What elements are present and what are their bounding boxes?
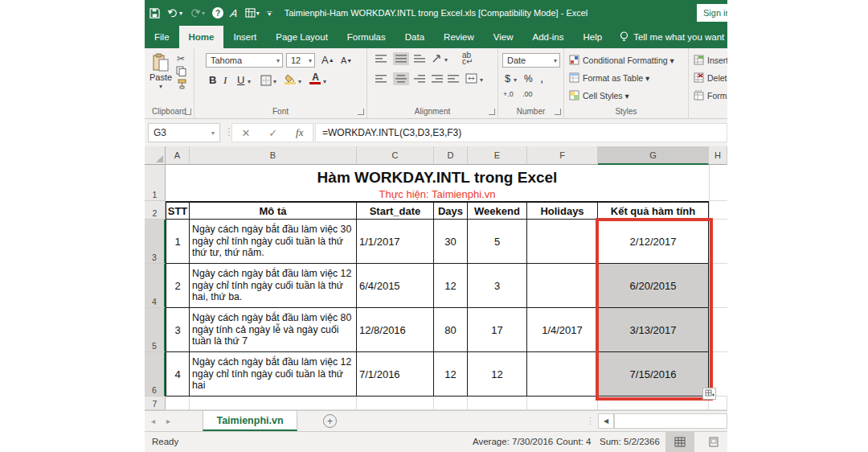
- formula-input[interactable]: =WORKDAY.INTL(C3,D3,E3,F3): [315, 123, 727, 142]
- cell-a6[interactable]: 4: [166, 352, 190, 397]
- cell-g5[interactable]: 3/13/2017: [598, 308, 709, 352]
- cell-d3[interactable]: 30: [434, 220, 468, 264]
- underline-button[interactable]: U: [237, 74, 244, 86]
- col-header-g[interactable]: G: [598, 146, 709, 165]
- table-header-weekend[interactable]: Weekend: [468, 201, 527, 220]
- clipboard-dialog-launcher[interactable]: [185, 109, 191, 115]
- table-header-startdate[interactable]: Start_date: [357, 201, 434, 220]
- cell-c7[interactable]: [357, 397, 434, 410]
- cut-icon[interactable]: ✂: [177, 53, 185, 64]
- bold-button[interactable]: B: [209, 74, 216, 86]
- number-dialog-launcher[interactable]: [555, 109, 561, 115]
- table-header-stt[interactable]: STT: [166, 201, 190, 220]
- table-header-result[interactable]: Kết quả hàm tính: [598, 201, 709, 220]
- cell-g6[interactable]: 7/15/2016: [598, 352, 709, 397]
- normal-view-icon[interactable]: [665, 432, 694, 452]
- row-header-3[interactable]: 3: [145, 220, 166, 264]
- comma-icon[interactable]: ,: [540, 71, 543, 84]
- orientation-caret[interactable]: ▾: [444, 56, 448, 64]
- sign-in-button[interactable]: Sign in: [697, 4, 727, 22]
- name-box[interactable]: G3▾: [148, 123, 220, 142]
- align-center-icon[interactable]: [393, 72, 409, 85]
- table-header-days[interactable]: Days: [434, 201, 468, 220]
- shrink-font-icon[interactable]: A▼: [341, 55, 352, 65]
- decrease-indent-icon[interactable]: [432, 75, 443, 83]
- cell-a3[interactable]: 1: [166, 220, 190, 264]
- conditional-formatting-button[interactable]: Conditional Formatting ▾: [569, 55, 674, 65]
- col-header-d[interactable]: D: [434, 146, 468, 165]
- insert-function-icon[interactable]: fx: [296, 126, 303, 139]
- align-right-icon[interactable]: [414, 75, 425, 83]
- cell-d5[interactable]: 80: [434, 308, 468, 352]
- tabbar-splitter[interactable]: ⋮: [586, 416, 595, 426]
- cell-h5[interactable]: [709, 308, 727, 352]
- sheet-next-icon[interactable]: ▸: [166, 417, 170, 425]
- align-top-icon[interactable]: [375, 55, 387, 63]
- cell-f5[interactable]: 1/4/2017: [527, 308, 598, 352]
- table-header-mota[interactable]: Mô tả: [190, 201, 357, 220]
- select-all-corner[interactable]: [145, 146, 166, 165]
- currency-caret[interactable]: ▾: [514, 76, 517, 84]
- fill-color-caret[interactable]: ▾: [298, 78, 301, 85]
- paste-button[interactable]: Paste ▾: [149, 53, 173, 90]
- cell-f7[interactable]: [527, 397, 598, 410]
- row-header-2[interactable]: 2: [145, 201, 166, 220]
- number-format-combo[interactable]: Date▾: [502, 53, 560, 68]
- grow-font-icon[interactable]: A▲: [321, 54, 334, 66]
- cell-d4[interactable]: 12: [434, 264, 468, 308]
- cell-b5[interactable]: Ngày cách ngày bắt đầu làm việc 80 ngày …: [190, 308, 357, 352]
- cell-e5[interactable]: 17: [468, 308, 527, 352]
- copy-icon[interactable]: [176, 66, 186, 76]
- enter-icon[interactable]: ✓: [268, 127, 277, 139]
- increase-indent-icon[interactable]: [448, 75, 459, 83]
- cell-a7[interactable]: [166, 397, 190, 410]
- page-layout-view-icon[interactable]: [699, 432, 727, 452]
- cell-g7[interactable]: [598, 397, 709, 410]
- tell-me-box[interactable]: Tell me what you want: [612, 26, 727, 48]
- cell-g4[interactable]: 6/20/2015: [598, 264, 709, 308]
- underline-caret[interactable]: ▾: [248, 78, 251, 85]
- row-header-7[interactable]: 7: [145, 397, 166, 410]
- merge-center-caret[interactable]: ▾: [480, 76, 483, 84]
- row-header-1[interactable]: 1: [145, 165, 166, 201]
- col-header-c[interactable]: C: [357, 146, 434, 165]
- insert-cells-button[interactable]: Insert: [694, 55, 727, 65]
- italic-button[interactable]: I: [223, 74, 227, 87]
- cell-e3[interactable]: 5: [468, 220, 527, 264]
- sheet-prev-icon[interactable]: ◂: [151, 417, 155, 425]
- borders-icon[interactable]: [260, 75, 272, 86]
- row-header-4[interactable]: 4: [145, 264, 166, 308]
- cell-h1[interactable]: [709, 165, 727, 201]
- fill-color-icon[interactable]: [285, 74, 297, 84]
- horizontal-scrollbar[interactable]: [614, 413, 727, 429]
- cell-b3[interactable]: Ngày cách ngày bắt đầu làm việc 30 ngày …: [190, 220, 357, 264]
- auto-fill-options-button[interactable]: [702, 388, 716, 400]
- orientation-icon[interactable]: [432, 53, 442, 64]
- cell-h3[interactable]: [709, 220, 727, 264]
- cell-c6[interactable]: 7/1/2016: [357, 352, 434, 397]
- wrap-text-icon[interactable]: abc↵: [462, 52, 473, 65]
- cell-e6[interactable]: 12: [468, 352, 527, 397]
- tab-home[interactable]: Home: [179, 26, 224, 48]
- cell-f3[interactable]: [527, 220, 598, 264]
- cell-a4[interactable]: 2: [166, 264, 190, 308]
- tab-view[interactable]: View: [484, 26, 523, 48]
- font-color-caret[interactable]: ▾: [323, 78, 326, 85]
- font-dialog-launcher[interactable]: [358, 109, 364, 115]
- cell-b4[interactable]: Ngày cách ngày bắt đầu làm việc 12 ngày …: [190, 264, 357, 308]
- tab-insert[interactable]: Insert: [223, 26, 266, 48]
- alignment-dialog-launcher[interactable]: [489, 109, 495, 115]
- cell-h2[interactable]: [709, 201, 727, 220]
- font-name-combo[interactable]: Tahoma▾: [206, 53, 283, 68]
- cell-e7[interactable]: [468, 397, 527, 410]
- col-header-a[interactable]: A: [166, 146, 190, 165]
- table-header-holidays[interactable]: Holidays: [527, 201, 598, 220]
- cell-d6[interactable]: 12: [434, 352, 468, 397]
- tab-file[interactable]: File: [145, 26, 179, 48]
- font-color-icon[interactable]: A: [309, 72, 321, 84]
- cell-b6[interactable]: Ngày cách ngày bắt đầu làm việc 12 ngày …: [190, 352, 357, 397]
- tab-page-layout[interactable]: Page Layout: [266, 26, 338, 48]
- hscroll-left-icon[interactable]: ◀: [598, 413, 614, 429]
- sheet-tab-taimienphi[interactable]: Taimienphi.vn: [203, 411, 297, 431]
- cancel-icon[interactable]: ✕: [241, 127, 250, 139]
